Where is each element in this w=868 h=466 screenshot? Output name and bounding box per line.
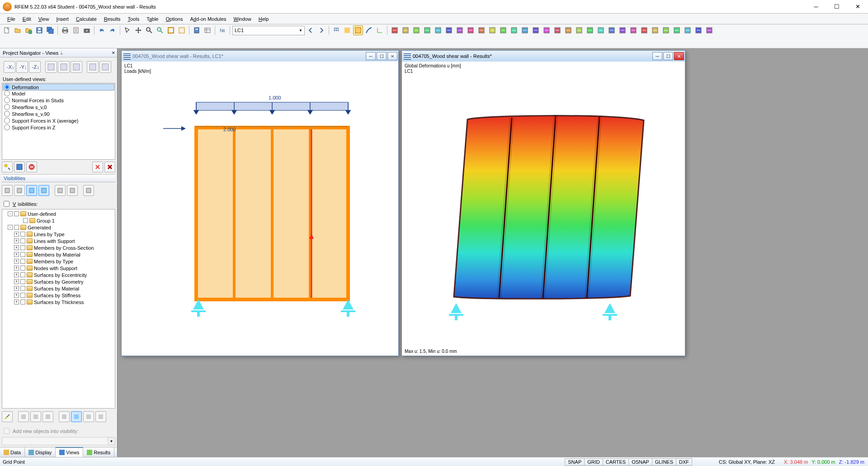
tree-expand-icon[interactable]: - bbox=[8, 225, 13, 230]
toolbar-button-r1-19[interactable] bbox=[596, 25, 606, 35]
toolbar-button-r1-0[interactable] bbox=[390, 25, 400, 35]
menu-table[interactable]: Table bbox=[143, 15, 162, 23]
zoom-prev-icon[interactable] bbox=[177, 25, 187, 35]
view-radio[interactable] bbox=[4, 104, 10, 110]
view-option[interactable]: Deformation bbox=[3, 84, 114, 90]
navigator-title-bar[interactable]: Project Navigator - Views ⟂ ✕ bbox=[0, 48, 117, 57]
deform-icon[interactable] bbox=[364, 25, 374, 35]
report-icon[interactable] bbox=[71, 25, 81, 35]
toolbar-button-r1-24[interactable] bbox=[650, 25, 660, 35]
tab-data[interactable]: Data bbox=[0, 447, 25, 457]
cursor-icon[interactable] bbox=[123, 25, 132, 35]
tree-checkbox[interactable] bbox=[20, 293, 25, 298]
view-u4-icon[interactable] bbox=[87, 61, 99, 73]
camera-icon[interactable] bbox=[82, 25, 92, 35]
toolbar-button-r1-29[interactable] bbox=[704, 25, 714, 35]
toolbar-button-r1-25[interactable] bbox=[661, 25, 671, 35]
toolbar-button-r1-27[interactable] bbox=[683, 25, 693, 35]
view-radio[interactable] bbox=[4, 97, 10, 103]
status-snap[interactable]: SNAP bbox=[565, 458, 585, 466]
tree-item[interactable]: +Nodes with Support bbox=[3, 265, 114, 271]
tree-expand-icon[interactable]: + bbox=[14, 286, 19, 291]
toolbar-button-r1-9[interactable] bbox=[487, 25, 497, 35]
toolbar-button-r1-26[interactable] bbox=[672, 25, 682, 35]
tree-expand-icon[interactable]: - bbox=[8, 211, 13, 216]
results-toggle-icon[interactable] bbox=[342, 25, 352, 35]
tab-results[interactable]: Results bbox=[83, 447, 114, 457]
tree-item[interactable]: +Surfaces by Material bbox=[3, 285, 114, 292]
results-view-canvas[interactable]: Global Deformations u [mm] LC1 Max u: 1.… bbox=[402, 62, 685, 356]
vis-tool-2[interactable] bbox=[14, 185, 25, 196]
zoom-window-icon[interactable] bbox=[155, 25, 165, 35]
tree-expand-icon[interactable]: + bbox=[14, 279, 19, 284]
save-icon[interactable] bbox=[34, 25, 44, 35]
tree-item[interactable]: Group 1 bbox=[3, 217, 114, 224]
toolbar-button-r1-2[interactable] bbox=[411, 25, 421, 35]
vis-tool-3[interactable] bbox=[26, 185, 37, 196]
toolbar-button-r1-5[interactable] bbox=[444, 25, 454, 35]
status-cartes[interactable]: CARTES bbox=[603, 458, 629, 466]
view-u1-icon[interactable] bbox=[45, 61, 57, 73]
panel-close-icon[interactable]: ✕ bbox=[110, 49, 117, 57]
tree-expand-icon[interactable]: + bbox=[14, 272, 19, 277]
vis-tool-1[interactable] bbox=[2, 185, 13, 196]
toolbar-button-r1-7[interactable] bbox=[466, 25, 476, 35]
toolbar-button-r1-11[interactable] bbox=[509, 25, 519, 35]
visbot-tool-6[interactable] bbox=[71, 411, 82, 422]
toolbar-button-r1-13[interactable] bbox=[531, 25, 541, 35]
delete-view-icon[interactable] bbox=[26, 162, 37, 172]
toolbar-button-r1-4[interactable] bbox=[433, 25, 443, 35]
view-u3-icon[interactable] bbox=[71, 61, 82, 73]
child-maximize-button[interactable]: ☐ bbox=[377, 52, 387, 60]
tree-item[interactable]: -Generated bbox=[3, 224, 114, 231]
tree-checkbox[interactable] bbox=[20, 252, 25, 257]
view-option[interactable]: Support Forces in Z bbox=[3, 124, 114, 131]
tree-checkbox[interactable] bbox=[20, 272, 25, 277]
view-option[interactable]: Shearflow s_v,90 bbox=[3, 110, 114, 117]
tables-icon[interactable] bbox=[203, 25, 212, 35]
menu-file[interactable]: File bbox=[4, 15, 19, 23]
visbot-tool-7[interactable] bbox=[83, 411, 94, 422]
prev-lc-icon[interactable] bbox=[306, 25, 316, 35]
visbot-tool-2[interactable] bbox=[18, 411, 29, 422]
calc-icon[interactable] bbox=[192, 25, 202, 35]
toolbar-button-r1-1[interactable] bbox=[401, 25, 410, 35]
pan-icon[interactable] bbox=[133, 25, 143, 35]
view-radio[interactable] bbox=[4, 84, 10, 90]
model-view-canvas[interactable]: LC1 Loads [kN/m] bbox=[122, 62, 398, 356]
tree-checkbox[interactable] bbox=[20, 279, 25, 284]
tree-checkbox[interactable] bbox=[20, 300, 25, 304]
tree-item[interactable]: +Surfaces by Eccentricity bbox=[3, 271, 114, 278]
toolbar-button-r1-20[interactable] bbox=[607, 25, 617, 35]
view-radio[interactable] bbox=[4, 124, 10, 130]
tab-views[interactable]: Views bbox=[56, 447, 83, 457]
tree-checkbox[interactable] bbox=[14, 211, 19, 216]
view-option[interactable]: Support Forces in X (average) bbox=[3, 117, 114, 124]
window-maximize-button[interactable]: ☐ bbox=[826, 0, 847, 14]
menu-insert[interactable]: Insert bbox=[52, 15, 72, 23]
window-minimize-button[interactable]: ─ bbox=[806, 0, 826, 14]
status-grid[interactable]: GRID bbox=[584, 458, 603, 466]
new-file-icon[interactable] bbox=[2, 25, 12, 35]
tree-expand-icon[interactable]: + bbox=[14, 300, 19, 304]
toolbar-button-r1-10[interactable] bbox=[498, 25, 508, 35]
child-minimize-button[interactable]: ─ bbox=[652, 52, 662, 60]
add-view-icon[interactable] bbox=[2, 162, 13, 172]
toolbar-button-r1-17[interactable] bbox=[574, 25, 584, 35]
tree-expand-icon[interactable]: + bbox=[14, 293, 19, 298]
visbot-tool-5[interactable] bbox=[59, 411, 70, 422]
loads-icon[interactable] bbox=[331, 25, 341, 35]
toolbar-button-r1-23[interactable] bbox=[639, 25, 649, 35]
next-lc-icon[interactable] bbox=[316, 25, 326, 35]
open-recent-icon[interactable] bbox=[24, 25, 33, 35]
tree-item[interactable]: +Members by Material bbox=[3, 251, 114, 258]
remove-all-icon[interactable] bbox=[104, 162, 115, 172]
open-file-icon[interactable] bbox=[13, 25, 23, 35]
user-defined-views-list[interactable]: DeformationModelNormal Forces in StudsSh… bbox=[2, 83, 115, 160]
menu-help[interactable]: Help bbox=[255, 15, 273, 23]
menu-view[interactable]: View bbox=[35, 15, 53, 23]
results-view-titlebar[interactable]: 004705_Wood shear wall - Results* ─ ☐ ✕ bbox=[402, 51, 685, 62]
view-u5-icon[interactable] bbox=[99, 61, 111, 73]
remove-view-icon[interactable] bbox=[92, 162, 103, 172]
toolbar-button-r1-28[interactable] bbox=[693, 25, 703, 35]
